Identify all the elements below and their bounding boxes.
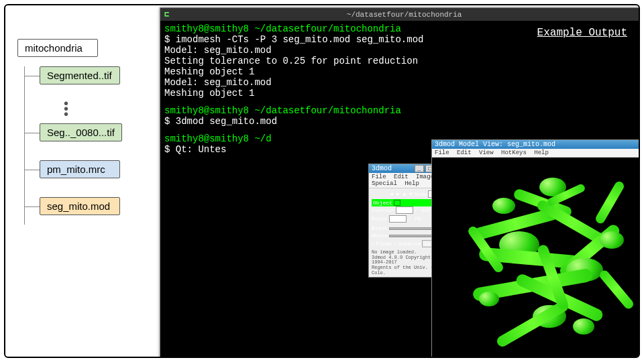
model-title: 3dmod Model View: seg_mito.mod bbox=[435, 141, 555, 148]
white-slider[interactable] bbox=[389, 235, 435, 237]
menu-file[interactable]: File bbox=[372, 174, 386, 180]
float-checkbox[interactable]: Float bbox=[376, 241, 392, 247]
tree-file-mrc: pm_mito.mrc bbox=[40, 160, 120, 178]
model-titlebar[interactable]: 3dmod Model View: seg_mito.mod _ □ x bbox=[432, 140, 640, 149]
object-color-swatch[interactable] bbox=[394, 200, 400, 206]
minimize-button[interactable]: _ bbox=[639, 141, 640, 148]
minimize-button[interactable]: _ bbox=[415, 165, 424, 172]
menu-edit[interactable]: Edit bbox=[394, 174, 409, 180]
cmd-2: $ 3dmod seg_mito.mod bbox=[164, 116, 635, 127]
out-4: Model: seg_mito.mod bbox=[164, 77, 635, 88]
model-canvas[interactable] bbox=[432, 158, 640, 356]
contour-label: Contour bbox=[372, 207, 394, 213]
page-frame: mitochondria Segmented..tif ••• Seg.._00… bbox=[4, 4, 640, 358]
show-label: Show bbox=[414, 191, 427, 197]
white-label: White bbox=[372, 233, 388, 239]
out-1: Model: seg_mito.mod bbox=[164, 45, 635, 56]
point-value[interactable]: 8 bbox=[389, 215, 407, 223]
terminal-icon: ⊏ bbox=[164, 9, 169, 19]
menu-help[interactable]: Help bbox=[405, 180, 419, 187]
menu-file[interactable]: File bbox=[435, 149, 449, 156]
model-view-window[interactable]: 3dmod Model View: seg_mito.mod _ □ x Fil… bbox=[431, 139, 640, 358]
model-menubar[interactable]: File Edit View HotKeys Help bbox=[432, 149, 640, 158]
tree-file-mod: seg_mito.mod bbox=[40, 197, 120, 215]
menu-special[interactable]: Special bbox=[372, 180, 397, 187]
black-label: Black bbox=[372, 225, 388, 231]
contour-value[interactable]: 3616 bbox=[396, 206, 413, 214]
out-5: Meshing object 1 bbox=[164, 88, 635, 99]
menu-help[interactable]: Help bbox=[534, 149, 549, 156]
tree-file-seg0080: Seg.._0080...tif bbox=[40, 123, 122, 141]
terminal-body[interactable]: smithy8@smithy8 ~/datasetfour/mitochondr… bbox=[160, 21, 639, 158]
tree-ellipsis: ••• bbox=[64, 101, 122, 117]
terminal-titlebar: ⊏ ~/datasetfour/mitochondria bbox=[160, 8, 639, 21]
tree-file-segmented: Segmented..tif bbox=[40, 66, 120, 84]
info-title: 3dmod bbox=[372, 165, 392, 172]
prompt-2: smithy8@smithy8 ~/datasetfour/mitochondr… bbox=[164, 105, 635, 116]
example-output-label: Example Output bbox=[537, 27, 627, 39]
tree-root: mitochondria bbox=[17, 39, 98, 57]
menu-edit[interactable]: Edit bbox=[457, 149, 472, 156]
file-tree: mitochondria Segmented..tif ••• Seg.._00… bbox=[17, 39, 122, 234]
menu-hotkeys[interactable]: HotKeys bbox=[501, 149, 527, 156]
terminal-title: ~/datasetfour/mitochondria bbox=[173, 11, 635, 19]
subarea-checkbox[interactable]: Subarea bbox=[398, 241, 421, 247]
terminal-window[interactable]: ⊏ ~/datasetfour/mitochondria Example Out… bbox=[160, 7, 640, 358]
point-max: / 79 bbox=[408, 216, 421, 222]
menu-view[interactable]: View bbox=[479, 149, 494, 156]
out-3: Meshing object 1 bbox=[164, 66, 635, 77]
out-2: Setting tolerance to 0.25 for point redu… bbox=[164, 56, 635, 66]
point-label: Point bbox=[372, 216, 388, 222]
